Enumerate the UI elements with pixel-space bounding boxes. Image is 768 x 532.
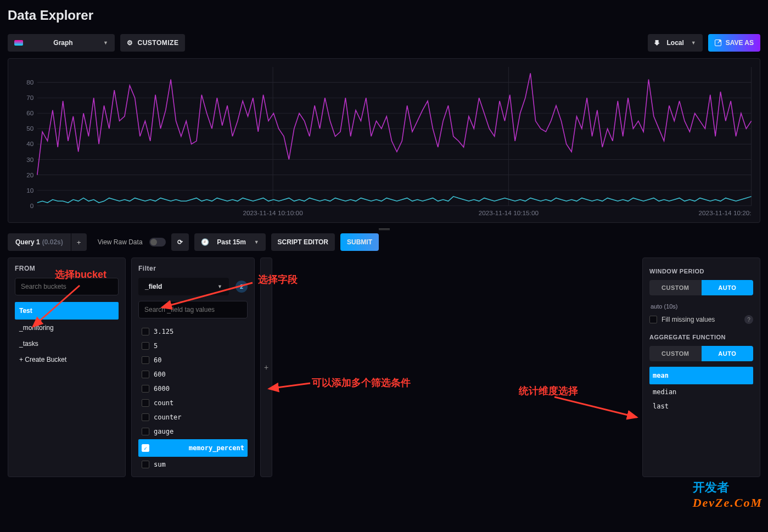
svg-text:10: 10 [26, 187, 33, 194]
clock-icon: 🕘 [201, 238, 209, 246]
window-mode-toggle[interactable]: CUSTOM AUTO [649, 280, 753, 295]
svg-text:2023-11-14 10:15:00: 2023-11-14 10:15:00 [479, 210, 539, 216]
field-list: 3.1255606006000countcountergauge✓memory_… [138, 325, 248, 470]
checkbox-icon [142, 399, 149, 407]
viz-type-select[interactable]: Graph ▼ [8, 34, 115, 52]
query-row: Query 1 (0.02s) + View Raw Data ⟳ 🕘 Past… [8, 233, 760, 251]
field-item[interactable]: 6000 [138, 382, 248, 395]
customize-button[interactable]: ⚙ CUSTOMIZE [120, 34, 185, 52]
checkbox-icon [142, 428, 149, 435]
line-chart: 01020304050607080 2023-11-14 10:10:00202… [14, 64, 754, 220]
time-range-select[interactable]: 🕘 Past 15m ▼ [194, 233, 266, 251]
window-hint: auto (10s) [649, 301, 753, 315]
svg-text:40: 40 [26, 141, 33, 148]
field-item[interactable]: 60 [138, 354, 248, 367]
bucket-search-input[interactable] [15, 278, 119, 295]
submit-button[interactable]: SUBMIT [340, 233, 379, 251]
agg-title: AGGREGATE FUNCTION [649, 334, 753, 340]
filter-count-badge: 2 [236, 281, 248, 293]
viz-type-label: Graph [53, 39, 72, 47]
field-item[interactable]: ✓memory_percent [138, 439, 248, 457]
svg-text:50: 50 [26, 126, 33, 132]
field-item[interactable]: sum [138, 458, 248, 470]
agg-auto-button[interactable]: AUTO [702, 346, 754, 361]
add-filter-button[interactable]: + [260, 257, 272, 477]
resize-handle[interactable] [8, 228, 760, 230]
help-icon[interactable]: ? [744, 315, 753, 324]
svg-text:2023-11-14 10:10:00: 2023-11-14 10:10:00 [243, 210, 302, 216]
view-raw-label: View Raw Data [98, 238, 143, 246]
field-item[interactable]: 600 [138, 368, 248, 381]
svg-text:70: 70 [26, 95, 33, 102]
chevron-down-icon: ▼ [217, 284, 222, 289]
checkbox-icon [142, 342, 149, 350]
agg-list: meanmedianlast [649, 367, 753, 470]
add-query-button[interactable]: + [71, 233, 87, 251]
right-panel: WINDOW PERIOD CUSTOM AUTO auto (10s) Fil… [642, 257, 760, 477]
top-toolbar: Graph ▼ ⚙ CUSTOMIZE Local ▼ SAVE AS [8, 34, 760, 52]
svg-text:80: 80 [26, 79, 33, 86]
agg-item[interactable]: mean [649, 367, 753, 384]
chart-panel: 01020304050607080 2023-11-14 10:10:00202… [8, 58, 760, 223]
window-custom-button[interactable]: CUSTOM [649, 280, 702, 295]
field-item[interactable]: gauge [138, 425, 248, 438]
fill-missing-row[interactable]: Fill missing values ? [649, 315, 753, 324]
field-item[interactable]: 5 [138, 339, 248, 352]
window-period-title: WINDOW PERIOD [649, 268, 753, 275]
field-item[interactable]: counter [138, 411, 248, 424]
checkbox-icon: ✓ [142, 444, 149, 452]
bucket-item[interactable]: + Create Bucket [15, 352, 119, 367]
script-editor-button[interactable]: SCRIPT EDITOR [271, 233, 335, 251]
checkbox-icon [142, 356, 149, 364]
agg-item[interactable]: median [649, 385, 753, 399]
checkbox-icon [142, 371, 149, 378]
from-panel: FROM Test_monitoring_tasks+ Create Bucke… [8, 257, 126, 477]
window-auto-button[interactable]: AUTO [702, 280, 754, 295]
from-title: FROM [15, 265, 119, 272]
filter-title: Filter [138, 265, 248, 272]
refresh-icon: ⟳ [177, 238, 183, 246]
svg-text:20: 20 [26, 172, 33, 178]
bucket-item[interactable]: _monitoring [15, 320, 119, 335]
query-builder: FROM Test_monitoring_tasks+ Create Bucke… [8, 257, 760, 477]
timezone-select[interactable]: Local ▼ [648, 34, 703, 52]
agg-item[interactable]: last [649, 400, 753, 413]
svg-text:0: 0 [30, 203, 34, 209]
agg-custom-button[interactable]: CUSTOM [649, 346, 702, 361]
bucket-item[interactable]: Test [15, 302, 119, 320]
chevron-down-icon: ▼ [254, 239, 259, 245]
filter-key-select[interactable]: _field ▼ [138, 278, 229, 295]
field-search-input[interactable] [138, 301, 248, 318]
svg-text:60: 60 [26, 110, 33, 117]
export-icon [715, 40, 721, 46]
page-title: Data Explorer [8, 8, 760, 23]
checkbox-icon [142, 328, 149, 335]
agg-mode-toggle[interactable]: CUSTOM AUTO [649, 346, 753, 361]
gear-icon: ⚙ [127, 39, 133, 47]
pin-icon [654, 40, 660, 46]
view-raw-toggle[interactable] [149, 238, 166, 247]
refresh-button[interactable]: ⟳ [171, 233, 189, 251]
query-tab[interactable]: Query 1 (0.02s) [8, 233, 71, 251]
bucket-list: Test_monitoring_tasks+ Create Bucket [15, 302, 119, 470]
graph-icon [14, 40, 23, 46]
checkbox-icon [142, 385, 149, 393]
fill-missing-checkbox[interactable] [649, 316, 657, 323]
svg-text:30: 30 [26, 156, 33, 163]
filter-panel: Filter _field ▼ 2 3.1255606006000countco… [131, 257, 255, 477]
bucket-item[interactable]: _tasks [15, 336, 119, 351]
svg-text:2023-11-14 10:20:: 2023-11-14 10:20: [699, 210, 752, 216]
field-item[interactable]: count [138, 396, 248, 410]
checkbox-icon [142, 461, 149, 468]
chevron-down-icon: ▼ [103, 40, 108, 46]
field-item[interactable]: 3.125 [138, 325, 248, 338]
chevron-down-icon: ▼ [691, 40, 696, 46]
save-as-button[interactable]: SAVE AS [708, 34, 760, 52]
checkbox-icon [142, 413, 149, 421]
watermark: 开发者 DevZe.CoM [693, 479, 763, 510]
